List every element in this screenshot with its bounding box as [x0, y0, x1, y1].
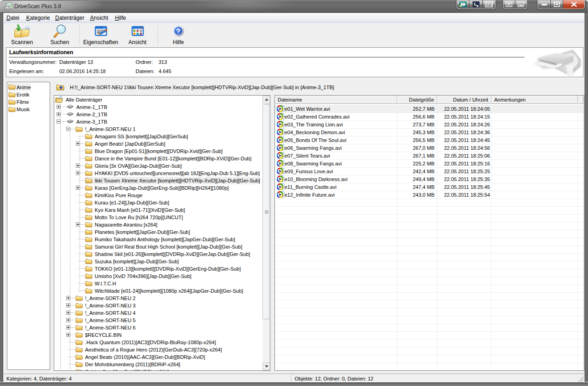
- svg-text:?: ?: [176, 27, 180, 35]
